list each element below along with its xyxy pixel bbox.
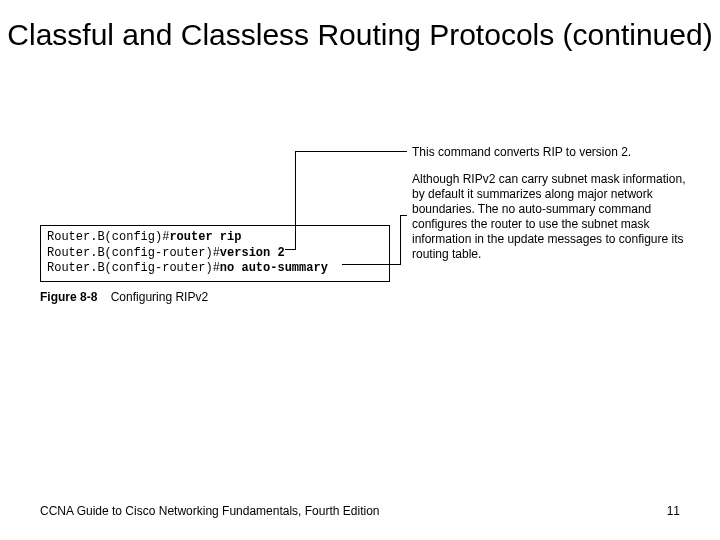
figure-diagram: Router.B(config)#router rip Router.B(con… [40, 145, 680, 365]
connector-line [400, 215, 407, 216]
footer-page-number: 11 [667, 504, 680, 518]
connector-line [285, 249, 295, 250]
code-l3-cmd: no auto-summary [220, 261, 328, 275]
callout-note-1: This command converts RIP to version 2. [412, 145, 682, 160]
code-l3-prompt: Router.B(config-router)# [47, 261, 220, 275]
code-l2-prompt: Router.B(config-router)# [47, 246, 220, 260]
connector-line [295, 151, 296, 250]
slide-title: Classful and Classless Routing Protocols… [0, 18, 720, 53]
figure-number: Figure 8-8 [40, 290, 97, 304]
code-l1-cmd: router rip [169, 230, 241, 244]
connector-line [295, 151, 407, 152]
connector-line [342, 264, 400, 265]
slide: Classful and Classless Routing Protocols… [0, 0, 720, 540]
connector-line [400, 215, 401, 265]
code-l2-cmd: version 2 [220, 246, 285, 260]
code-l1-prompt: Router.B(config)# [47, 230, 169, 244]
figure-caption-text: Configuring RIPv2 [111, 290, 208, 304]
callout-note-2: Although RIPv2 can carry subnet mask inf… [412, 172, 692, 262]
figure-caption: Figure 8-8 Configuring RIPv2 [40, 290, 208, 304]
footer-book-title: CCNA Guide to Cisco Networking Fundament… [40, 504, 380, 518]
code-box: Router.B(config)#router rip Router.B(con… [40, 225, 390, 282]
